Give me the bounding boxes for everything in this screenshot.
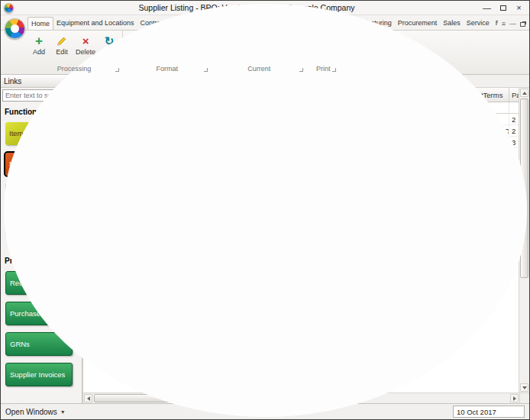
ribbon-group-label-print: Print: [309, 64, 338, 74]
dialog-launcher-icon[interactable]: [299, 68, 303, 72]
ribbon-group-label-current: Current: [213, 64, 305, 74]
scroll-up-button[interactable]: [520, 89, 528, 97]
tab-equipment-and-locations[interactable]: Equipment and Locations: [53, 17, 137, 30]
maximize-icon: [500, 5, 506, 11]
scrollbar-corner: [519, 393, 529, 403]
grid-cell[interactable]: 2: [509, 125, 519, 136]
add-icon: +: [35, 34, 43, 48]
tab-home[interactable]: Home: [27, 17, 53, 30]
scroll-down-button[interactable]: [520, 383, 528, 392]
edit-button[interactable]: Edit: [50, 31, 73, 64]
add-button-label: Add: [33, 48, 45, 56]
minimize-button[interactable]: —: [480, 2, 494, 14]
dialog-launcher-icon[interactable]: [204, 68, 208, 72]
group-label-text: Format: [156, 65, 178, 73]
tab-procurement[interactable]: Procurement: [395, 17, 441, 30]
window-menu-icon[interactable]: ≡: [502, 21, 506, 27]
app-logo-icon: [4, 3, 14, 13]
close-button[interactable]: ×: [512, 2, 526, 14]
mdi-restore-icon[interactable]: [520, 22, 525, 27]
minimize-icon: —: [483, 3, 491, 12]
date-field[interactable]: 10 Oct 2017: [453, 405, 525, 418]
open-windows-arrow-icon: ▼: [60, 409, 66, 415]
ribbon-window-icons: ≡ —: [498, 21, 529, 30]
scroll-left-button[interactable]: [84, 394, 92, 402]
window-controls: — ×: [480, 2, 526, 14]
triangle-left-icon: [87, 396, 90, 401]
titlebar: Supplier Listing - BPO: Version 2.1.0.31…: [1, 1, 529, 15]
column-header-pay[interactable]: Pay: [509, 88, 519, 102]
scroll-right-button[interactable]: [510, 394, 519, 402]
tab-reporting[interactable]: Reporting: [493, 17, 498, 30]
close-icon: ×: [516, 3, 521, 12]
open-windows-label: Open Windows: [5, 408, 57, 416]
dialog-launcher-icon[interactable]: [332, 68, 336, 72]
date-value: 10 Oct 2017: [457, 408, 496, 416]
add-button[interactable]: + Add: [27, 31, 50, 64]
triangle-right-icon: [513, 396, 516, 401]
filter-cell-pay[interactable]: [509, 102, 519, 113]
app-window: Supplier Listing - BPO: Version 2.1.0.31…: [0, 0, 530, 420]
sidebar-item-supplier-invoices[interactable]: Supplier Invoices: [5, 363, 73, 386]
edit-pencil-icon: [57, 34, 67, 48]
group-label-text: Processing: [57, 65, 92, 73]
delete-x-icon: ×: [82, 34, 89, 48]
triangle-up-icon: [522, 92, 527, 95]
group-label-text: Print: [316, 65, 331, 73]
ribbon-group-label-processing: Processing: [27, 64, 121, 74]
edit-button-label: Edit: [56, 48, 68, 56]
group-label-text: Current: [247, 65, 270, 73]
maximize-button[interactable]: [496, 2, 510, 14]
links-panel-title: Links: [4, 77, 21, 86]
ribbon-group-label-format: Format: [124, 64, 209, 74]
tab-sales[interactable]: Sales: [440, 17, 464, 30]
dialog-launcher-icon[interactable]: [115, 68, 119, 72]
tab-service[interactable]: Service: [464, 17, 493, 30]
application-menu-button[interactable]: [5, 18, 25, 39]
triangle-down-icon: [522, 386, 527, 389]
open-windows-button[interactable]: Open Windows ▼: [5, 408, 66, 416]
mdi-minimize-icon[interactable]: —: [509, 21, 516, 27]
grid-cell[interactable]: 2: [509, 114, 519, 124]
